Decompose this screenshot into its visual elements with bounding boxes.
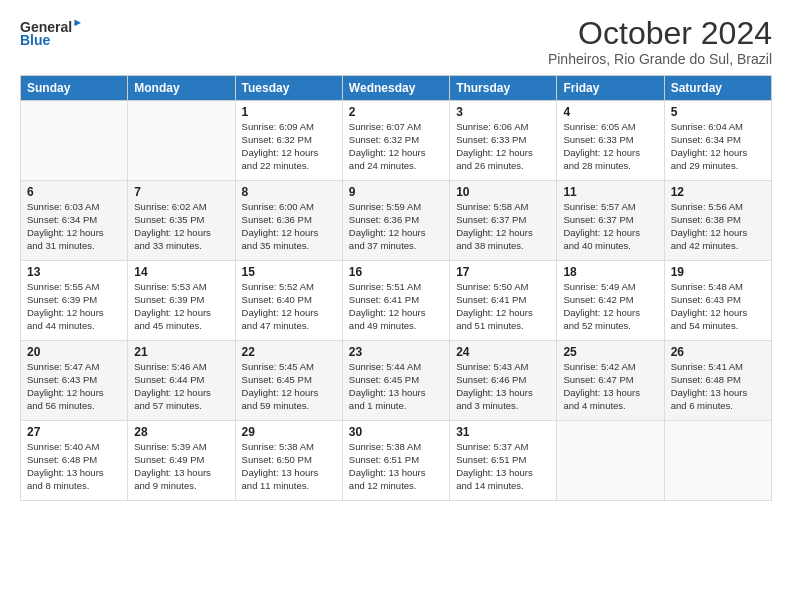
calendar-cell xyxy=(128,101,235,181)
day-number: 18 xyxy=(563,265,657,279)
calendar-cell: 14Sunrise: 5:53 AM Sunset: 6:39 PM Dayli… xyxy=(128,261,235,341)
day-info: Sunrise: 5:53 AM Sunset: 6:39 PM Dayligh… xyxy=(134,281,228,332)
day-info: Sunrise: 6:03 AM Sunset: 6:34 PM Dayligh… xyxy=(27,201,121,252)
day-number: 14 xyxy=(134,265,228,279)
calendar-page: General► Blue October 2024 Pinheiros, Ri… xyxy=(0,0,792,612)
logo: General► Blue xyxy=(20,16,83,48)
calendar-cell: 21Sunrise: 5:46 AM Sunset: 6:44 PM Dayli… xyxy=(128,341,235,421)
day-info: Sunrise: 5:50 AM Sunset: 6:41 PM Dayligh… xyxy=(456,281,550,332)
day-info: Sunrise: 6:06 AM Sunset: 6:33 PM Dayligh… xyxy=(456,121,550,172)
calendar-cell: 24Sunrise: 5:43 AM Sunset: 6:46 PM Dayli… xyxy=(450,341,557,421)
day-info: Sunrise: 5:41 AM Sunset: 6:48 PM Dayligh… xyxy=(671,361,765,412)
day-number: 10 xyxy=(456,185,550,199)
day-info: Sunrise: 5:39 AM Sunset: 6:49 PM Dayligh… xyxy=(134,441,228,492)
day-info: Sunrise: 5:42 AM Sunset: 6:47 PM Dayligh… xyxy=(563,361,657,412)
day-info: Sunrise: 5:40 AM Sunset: 6:48 PM Dayligh… xyxy=(27,441,121,492)
day-number: 30 xyxy=(349,425,443,439)
day-number: 17 xyxy=(456,265,550,279)
calendar-cell: 29Sunrise: 5:38 AM Sunset: 6:50 PM Dayli… xyxy=(235,421,342,501)
calendar-header-friday: Friday xyxy=(557,76,664,101)
header: General► Blue October 2024 Pinheiros, Ri… xyxy=(20,16,772,67)
day-info: Sunrise: 5:38 AM Sunset: 6:50 PM Dayligh… xyxy=(242,441,336,492)
day-number: 4 xyxy=(563,105,657,119)
calendar-cell: 11Sunrise: 5:57 AM Sunset: 6:37 PM Dayli… xyxy=(557,181,664,261)
calendar-cell xyxy=(21,101,128,181)
day-number: 19 xyxy=(671,265,765,279)
calendar-cell: 7Sunrise: 6:02 AM Sunset: 6:35 PM Daylig… xyxy=(128,181,235,261)
location: Pinheiros, Rio Grande do Sul, Brazil xyxy=(548,51,772,67)
day-info: Sunrise: 5:49 AM Sunset: 6:42 PM Dayligh… xyxy=(563,281,657,332)
calendar-week-row: 6Sunrise: 6:03 AM Sunset: 6:34 PM Daylig… xyxy=(21,181,772,261)
calendar-cell: 31Sunrise: 5:37 AM Sunset: 6:51 PM Dayli… xyxy=(450,421,557,501)
day-info: Sunrise: 6:09 AM Sunset: 6:32 PM Dayligh… xyxy=(242,121,336,172)
day-number: 6 xyxy=(27,185,121,199)
calendar-cell: 9Sunrise: 5:59 AM Sunset: 6:36 PM Daylig… xyxy=(342,181,449,261)
calendar-cell xyxy=(557,421,664,501)
calendar-cell: 15Sunrise: 5:52 AM Sunset: 6:40 PM Dayli… xyxy=(235,261,342,341)
day-number: 28 xyxy=(134,425,228,439)
calendar-cell: 8Sunrise: 6:00 AM Sunset: 6:36 PM Daylig… xyxy=(235,181,342,261)
day-info: Sunrise: 5:46 AM Sunset: 6:44 PM Dayligh… xyxy=(134,361,228,412)
calendar-cell: 2Sunrise: 6:07 AM Sunset: 6:32 PM Daylig… xyxy=(342,101,449,181)
calendar-cell: 23Sunrise: 5:44 AM Sunset: 6:45 PM Dayli… xyxy=(342,341,449,421)
day-number: 22 xyxy=(242,345,336,359)
day-info: Sunrise: 5:44 AM Sunset: 6:45 PM Dayligh… xyxy=(349,361,443,412)
calendar-header-wednesday: Wednesday xyxy=(342,76,449,101)
calendar-cell: 17Sunrise: 5:50 AM Sunset: 6:41 PM Dayli… xyxy=(450,261,557,341)
day-info: Sunrise: 5:57 AM Sunset: 6:37 PM Dayligh… xyxy=(563,201,657,252)
day-info: Sunrise: 5:38 AM Sunset: 6:51 PM Dayligh… xyxy=(349,441,443,492)
calendar-cell: 6Sunrise: 6:03 AM Sunset: 6:34 PM Daylig… xyxy=(21,181,128,261)
day-info: Sunrise: 6:05 AM Sunset: 6:33 PM Dayligh… xyxy=(563,121,657,172)
day-number: 24 xyxy=(456,345,550,359)
day-info: Sunrise: 6:04 AM Sunset: 6:34 PM Dayligh… xyxy=(671,121,765,172)
day-info: Sunrise: 6:07 AM Sunset: 6:32 PM Dayligh… xyxy=(349,121,443,172)
calendar-cell: 28Sunrise: 5:39 AM Sunset: 6:49 PM Dayli… xyxy=(128,421,235,501)
day-info: Sunrise: 6:02 AM Sunset: 6:35 PM Dayligh… xyxy=(134,201,228,252)
calendar-table: SundayMondayTuesdayWednesdayThursdayFrid… xyxy=(20,75,772,501)
calendar-cell: 22Sunrise: 5:45 AM Sunset: 6:45 PM Dayli… xyxy=(235,341,342,421)
calendar-cell: 12Sunrise: 5:56 AM Sunset: 6:38 PM Dayli… xyxy=(664,181,771,261)
day-number: 11 xyxy=(563,185,657,199)
calendar-header-tuesday: Tuesday xyxy=(235,76,342,101)
day-number: 8 xyxy=(242,185,336,199)
day-number: 27 xyxy=(27,425,121,439)
month-title: October 2024 xyxy=(548,16,772,51)
calendar-cell: 30Sunrise: 5:38 AM Sunset: 6:51 PM Dayli… xyxy=(342,421,449,501)
calendar-week-row: 13Sunrise: 5:55 AM Sunset: 6:39 PM Dayli… xyxy=(21,261,772,341)
calendar-cell: 26Sunrise: 5:41 AM Sunset: 6:48 PM Dayli… xyxy=(664,341,771,421)
day-info: Sunrise: 5:37 AM Sunset: 6:51 PM Dayligh… xyxy=(456,441,550,492)
day-info: Sunrise: 5:52 AM Sunset: 6:40 PM Dayligh… xyxy=(242,281,336,332)
day-number: 2 xyxy=(349,105,443,119)
day-info: Sunrise: 5:51 AM Sunset: 6:41 PM Dayligh… xyxy=(349,281,443,332)
day-number: 23 xyxy=(349,345,443,359)
day-number: 26 xyxy=(671,345,765,359)
day-number: 9 xyxy=(349,185,443,199)
day-number: 20 xyxy=(27,345,121,359)
calendar-cell: 1Sunrise: 6:09 AM Sunset: 6:32 PM Daylig… xyxy=(235,101,342,181)
calendar-week-row: 20Sunrise: 5:47 AM Sunset: 6:43 PM Dayli… xyxy=(21,341,772,421)
day-info: Sunrise: 5:55 AM Sunset: 6:39 PM Dayligh… xyxy=(27,281,121,332)
calendar-cell: 18Sunrise: 5:49 AM Sunset: 6:42 PM Dayli… xyxy=(557,261,664,341)
day-info: Sunrise: 5:43 AM Sunset: 6:46 PM Dayligh… xyxy=(456,361,550,412)
day-number: 7 xyxy=(134,185,228,199)
day-info: Sunrise: 5:47 AM Sunset: 6:43 PM Dayligh… xyxy=(27,361,121,412)
calendar-cell: 25Sunrise: 5:42 AM Sunset: 6:47 PM Dayli… xyxy=(557,341,664,421)
calendar-header-row: SundayMondayTuesdayWednesdayThursdayFrid… xyxy=(21,76,772,101)
day-info: Sunrise: 5:48 AM Sunset: 6:43 PM Dayligh… xyxy=(671,281,765,332)
calendar-header-sunday: Sunday xyxy=(21,76,128,101)
day-number: 31 xyxy=(456,425,550,439)
calendar-week-row: 27Sunrise: 5:40 AM Sunset: 6:48 PM Dayli… xyxy=(21,421,772,501)
day-info: Sunrise: 6:00 AM Sunset: 6:36 PM Dayligh… xyxy=(242,201,336,252)
day-number: 16 xyxy=(349,265,443,279)
calendar-header-saturday: Saturday xyxy=(664,76,771,101)
calendar-cell: 3Sunrise: 6:06 AM Sunset: 6:33 PM Daylig… xyxy=(450,101,557,181)
day-info: Sunrise: 5:45 AM Sunset: 6:45 PM Dayligh… xyxy=(242,361,336,412)
day-number: 12 xyxy=(671,185,765,199)
day-number: 1 xyxy=(242,105,336,119)
calendar-cell xyxy=(664,421,771,501)
day-info: Sunrise: 5:59 AM Sunset: 6:36 PM Dayligh… xyxy=(349,201,443,252)
day-number: 29 xyxy=(242,425,336,439)
day-info: Sunrise: 5:56 AM Sunset: 6:38 PM Dayligh… xyxy=(671,201,765,252)
calendar-cell: 27Sunrise: 5:40 AM Sunset: 6:48 PM Dayli… xyxy=(21,421,128,501)
title-block: October 2024 Pinheiros, Rio Grande do Su… xyxy=(548,16,772,67)
